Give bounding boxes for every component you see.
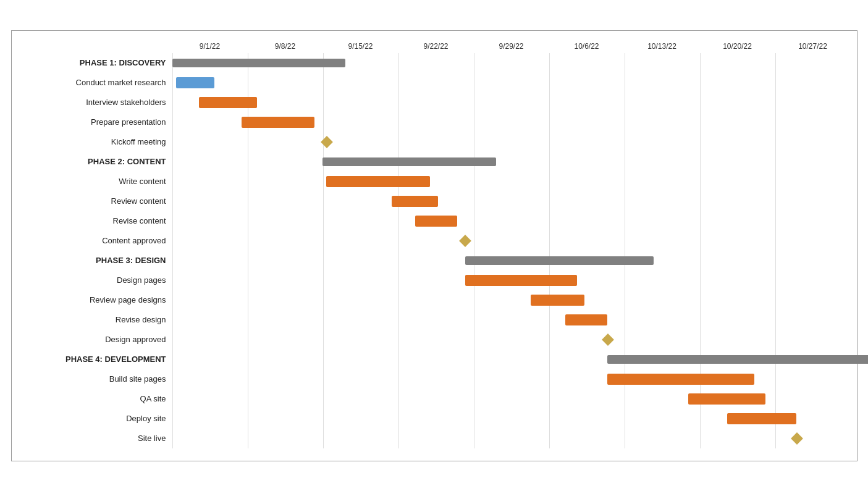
row-bar-area (172, 369, 851, 389)
row-label: Prepare presentation (18, 117, 172, 127)
gantt-row: Review page designs (18, 290, 851, 310)
bar-task-blue (176, 77, 214, 88)
row-bar-area (172, 172, 851, 191)
bar-milestone (459, 235, 471, 247)
row-bar-area (172, 132, 851, 152)
gantt-row: Kickoff meeting (18, 132, 851, 152)
row-label: Design approved (18, 335, 172, 344)
date-label-5: 10/6/22 (549, 42, 625, 51)
date-label-1: 9/8/22 (248, 42, 323, 51)
gantt-row: Conduct market research (18, 73, 851, 93)
row-label: Revise design (18, 315, 172, 324)
chart-container: 9/1/229/8/229/15/229/22/229/29/2210/6/22… (11, 30, 857, 461)
bar-phase (465, 256, 654, 265)
row-bar-area (172, 271, 851, 290)
gantt-body: PHASE 1: DISCOVERYConduct market researc… (18, 53, 851, 448)
date-header: 9/1/229/8/229/15/229/22/229/29/2210/6/22… (172, 42, 851, 51)
row-label: Interview stakeholders (18, 98, 172, 107)
gantt-row: Design approved (18, 330, 851, 350)
row-bar-area (172, 53, 851, 73)
date-label-8: 10/27/22 (775, 42, 851, 51)
row-bar-area (172, 93, 851, 112)
bar-task-orange (531, 295, 584, 306)
bar-task-orange (727, 413, 796, 424)
gantt-row: Build site pages (18, 369, 851, 389)
gantt-row: PHASE 1: DISCOVERY (18, 53, 851, 73)
row-bar-area (172, 409, 851, 429)
date-label-7: 10/20/22 (700, 42, 775, 51)
row-bar-area (172, 389, 851, 409)
bar-milestone (321, 136, 333, 148)
bar-task-orange (607, 374, 754, 385)
row-bar-area (172, 429, 851, 448)
row-bar-area (172, 112, 851, 132)
row-bar-area (172, 251, 851, 271)
bar-task-orange (565, 314, 608, 325)
row-label: QA site (18, 394, 172, 403)
date-label-0: 9/1/22 (172, 42, 248, 51)
row-label: PHASE 4: DEVELOPMENT (18, 355, 172, 364)
gantt-row: Interview stakeholders (18, 93, 851, 112)
bar-phase (172, 59, 346, 67)
bar-task-orange (415, 216, 458, 227)
row-label: PHASE 2: CONTENT (18, 157, 172, 166)
date-label-2: 9/15/22 (323, 42, 398, 51)
row-label: PHASE 1: DISCOVERY (18, 58, 172, 67)
row-label: PHASE 3: DESIGN (18, 256, 172, 265)
row-label: Write content (18, 177, 172, 186)
row-bar-area (172, 73, 851, 93)
gantt-row: Deploy site (18, 409, 851, 429)
bar-phase (607, 355, 868, 364)
row-bar-area (172, 211, 851, 231)
row-bar-area (172, 152, 851, 172)
row-label: Content approved (18, 236, 172, 245)
bar-task-orange (242, 117, 315, 128)
row-label: Site live (18, 434, 172, 443)
bar-task-orange (465, 275, 577, 286)
row-bar-area (172, 350, 851, 369)
bar-milestone (791, 432, 803, 445)
gantt-row: Revise content (18, 211, 851, 231)
date-label-4: 9/29/22 (474, 42, 549, 51)
bar-task-orange (199, 97, 257, 108)
gantt-row: PHASE 3: DESIGN (18, 251, 851, 271)
gantt-row: Prepare presentation (18, 112, 851, 132)
bar-phase (322, 157, 496, 166)
date-label-3: 9/22/22 (398, 42, 474, 51)
bar-task-orange (326, 176, 430, 187)
row-label: Conduct market research (18, 78, 172, 87)
gantt-row: PHASE 4: DEVELOPMENT (18, 350, 851, 369)
gantt-row: PHASE 2: CONTENT (18, 152, 851, 172)
row-bar-area (172, 231, 851, 251)
row-label: Build site pages (18, 374, 172, 384)
row-label: Kickoff meeting (18, 137, 172, 146)
bar-milestone (602, 334, 614, 346)
gantt-row: Write content (18, 172, 851, 191)
gantt-row: Revise design (18, 310, 851, 330)
gantt-row: QA site (18, 389, 851, 409)
bar-task-orange (392, 196, 438, 207)
chart-area: 9/1/229/8/229/15/229/22/229/29/2210/6/22… (18, 42, 851, 448)
row-label: Review content (18, 196, 172, 206)
row-label: Deploy site (18, 414, 172, 423)
bar-task-orange (688, 393, 765, 405)
row-label: Revise content (18, 216, 172, 225)
gantt-row: Design pages (18, 271, 851, 290)
date-label-6: 10/13/22 (625, 42, 700, 51)
row-label: Design pages (18, 275, 172, 285)
row-bar-area (172, 191, 851, 211)
gantt-row: Site live (18, 429, 851, 448)
row-bar-area (172, 290, 851, 310)
row-bar-area (172, 330, 851, 350)
gantt-row: Review content (18, 191, 851, 211)
gantt-row: Content approved (18, 231, 851, 251)
row-bar-area (172, 310, 851, 330)
row-label: Review page designs (18, 295, 172, 304)
